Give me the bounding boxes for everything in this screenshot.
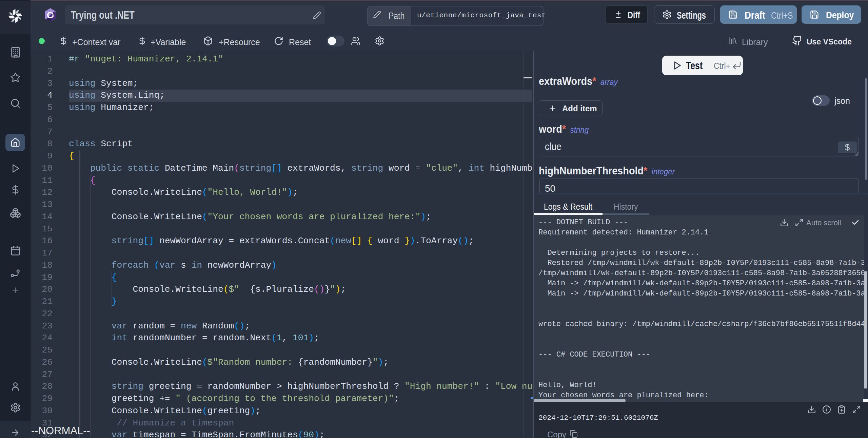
svg-text:#: # xyxy=(52,13,55,18)
